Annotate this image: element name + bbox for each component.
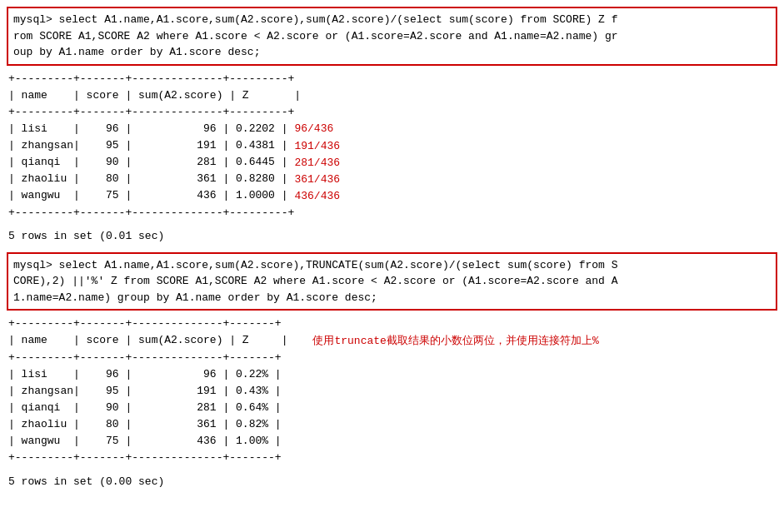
- table2-mid-divider: +---------+-------+--------------+------…: [8, 350, 777, 366]
- result-section-2: +---------+-------+--------------+------…: [7, 316, 777, 466]
- table2-header-row: | name | score | sum(A2.score) | Z | 使用t…: [8, 332, 777, 349]
- table1-row-1-annotation: 96/436: [294, 122, 333, 135]
- table1-row-4-annotation: 361/436: [294, 173, 340, 186]
- table1-row-5-annotation: 436/436: [294, 190, 340, 202]
- query-text-1: mysql> select A1.name,A1.score,sum(A2.sc…: [13, 13, 618, 58]
- table2-footer: 5 rows in set (0.00 sec): [7, 475, 777, 488]
- table1-row-3: | qianqi | 90 | 281 | 0.6445 | 281/436: [8, 154, 777, 171]
- table1-top-divider: +---------+-------+--------------+------…: [8, 71, 777, 87]
- table1-row-3-annotation: 281/436: [294, 157, 340, 169]
- query-text-2: mysql> select A1.name,A1.score,sum(A2.sc…: [13, 259, 618, 304]
- table1-row-4: | zhaoliu | 80 | 361 | 0.8280 | 361/436: [8, 171, 777, 187]
- table2-header: | name | score | sum(A2.score) | Z |: [8, 332, 287, 349]
- table2-row-3: | qianqi | 90 | 281 | 0.64% |: [8, 400, 777, 416]
- table1-row-4-data: | zhaoliu | 80 | 361 | 0.8280 |: [8, 171, 287, 187]
- result-section-1: +---------+-------+--------------+------…: [7, 71, 777, 221]
- table2-annotation: 使用truncate截取结果的小数位两位，并使用连接符加上%: [312, 333, 598, 348]
- table2-row-2: | zhangsan| 95 | 191 | 0.43% |: [8, 383, 777, 400]
- table2-top-divider: +---------+-------+--------------+------…: [8, 316, 777, 332]
- query-block-2: mysql> select A1.name,A1.score,sum(A2.sc…: [7, 252, 777, 311]
- table1-row-5-data: | wangwu | 75 | 436 | 1.0000 |: [8, 187, 287, 204]
- table1-row-1-data: | lisi | 96 | 96 | 0.2202 |: [8, 121, 287, 137]
- table1-header: | name | score | sum(A2.score) | Z |: [8, 87, 777, 104]
- table1-bot-divider: +---------+-------+--------------+------…: [8, 205, 777, 221]
- table1-row-2: | zhangsan| 95 | 191 | 0.4381 | 191/436: [8, 137, 777, 154]
- table1-footer: 5 rows in set (0.01 sec): [7, 230, 777, 242]
- table2-bot-divider: +---------+-------+--------------+------…: [8, 450, 777, 466]
- table1-mid-divider: +---------+-------+--------------+------…: [8, 104, 777, 121]
- table1-row-1: | lisi | 96 | 96 | 0.2202 | 96/436: [8, 121, 777, 137]
- table1-row-5: | wangwu | 75 | 436 | 1.0000 | 436/436: [8, 187, 777, 204]
- query-block-1: mysql> select A1.name,A1.score,sum(A2.sc…: [7, 7, 777, 66]
- table1-row-3-data: | qianqi | 90 | 281 | 0.6445 |: [8, 154, 287, 171]
- table1-row-2-data: | zhangsan| 95 | 191 | 0.4381 |: [8, 137, 287, 154]
- table1-row-2-annotation: 191/436: [294, 140, 340, 152]
- table2-row-5: | wangwu | 75 | 436 | 1.00% |: [8, 433, 777, 450]
- table2-row-1: | lisi | 96 | 96 | 0.22% |: [8, 366, 777, 383]
- table2-row-4: | zhaoliu | 80 | 361 | 0.82% |: [8, 416, 777, 433]
